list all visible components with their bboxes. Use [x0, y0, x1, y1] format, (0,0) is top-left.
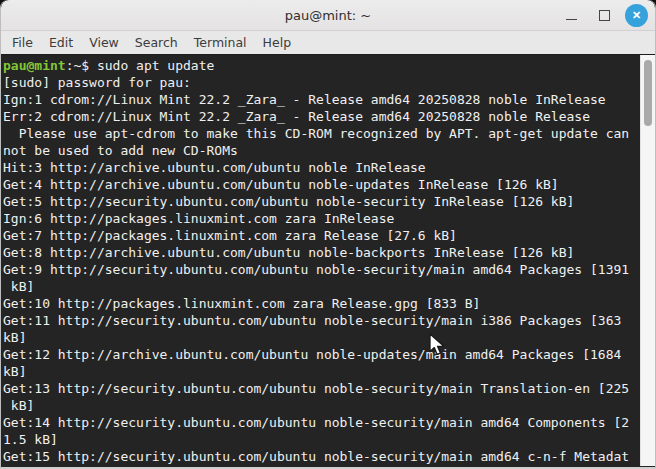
titlebar[interactable]: pau@mint: ~ ✕ [1, 0, 655, 31]
minimize-button[interactable] [559, 3, 583, 27]
terminal-line: Get:8 http://archive.ubuntu.com/ubuntu n… [3, 244, 640, 261]
terminal-line: Hit:3 http://archive.ubuntu.com/ubuntu n… [3, 159, 640, 176]
terminal-line: Ign:6 http://packages.linuxmint.com zara… [3, 210, 640, 227]
close-button[interactable]: ✕ [625, 4, 648, 27]
terminal-line: Get:9 http://security.ubuntu.com/ubuntu … [3, 261, 640, 278]
terminal-line: Get:14 http://security.ubuntu.com/ubuntu… [3, 414, 640, 431]
terminal-line: kB] [3, 397, 640, 414]
terminal-line: Get:12 http://archive.ubuntu.com/ubuntu … [3, 346, 640, 363]
scrollbar[interactable] [640, 55, 655, 466]
terminal-line: kB] [3, 278, 640, 295]
terminal-line: Please use apt-cdrom to make this CD-ROM… [3, 125, 640, 142]
terminal-line: Get:5 http://security.ubuntu.com/ubuntu … [3, 193, 640, 210]
minimize-icon [566, 19, 577, 20]
terminal-output[interactable]: pau@mint:~$ sudo apt update[sudo] passwo… [1, 55, 640, 466]
maximize-icon [599, 10, 610, 21]
menu-file[interactable]: File [4, 31, 41, 55]
window-title: pau@mint: ~ [1, 0, 655, 31]
terminal-line: Get:11 http://security.ubuntu.com/ubuntu… [3, 312, 640, 329]
menu-view[interactable]: View [81, 31, 127, 55]
terminal-line: pau@mint:~$ sudo apt update [3, 57, 640, 74]
terminal-line: [sudo] password for pau: [3, 74, 640, 91]
menu-help[interactable]: Help [255, 31, 300, 55]
terminal-line: Get:4 http://archive.ubuntu.com/ubuntu n… [3, 176, 640, 193]
scrollbar-thumb[interactable] [644, 60, 652, 126]
terminal-line: 1.5 kB] [3, 431, 640, 448]
terminal-line: not be used to add new CD-ROMs [3, 142, 640, 159]
terminal-line: kB] [3, 329, 640, 346]
terminal-window: pau@mint: ~ ✕ File Edit View Search Term… [0, 0, 656, 469]
menu-terminal[interactable]: Terminal [186, 31, 255, 55]
terminal-line: kB] [3, 363, 640, 380]
menubar: File Edit View Search Terminal Help [1, 31, 655, 55]
terminal-line: Get:10 http://packages.linuxmint.com zar… [3, 295, 640, 312]
terminal-line: Get:15 http://security.ubuntu.com/ubuntu… [3, 448, 640, 465]
menu-edit[interactable]: Edit [41, 31, 81, 55]
window-controls: ✕ [559, 0, 648, 30]
terminal-line: Ign:1 cdrom://Linux Mint 22.2 _Zara_ - R… [3, 91, 640, 108]
menu-search[interactable]: Search [127, 31, 186, 55]
terminal-line: Get:13 http://security.ubuntu.com/ubuntu… [3, 380, 640, 397]
close-icon: ✕ [632, 10, 641, 21]
terminal-area: pau@mint:~$ sudo apt update[sudo] passwo… [1, 55, 655, 466]
terminal-line: Err:2 cdrom://Linux Mint 22.2 _Zara_ - R… [3, 108, 640, 125]
terminal-line: Get:7 http://packages.linuxmint.com zara… [3, 227, 640, 244]
maximize-button[interactable] [592, 3, 616, 27]
